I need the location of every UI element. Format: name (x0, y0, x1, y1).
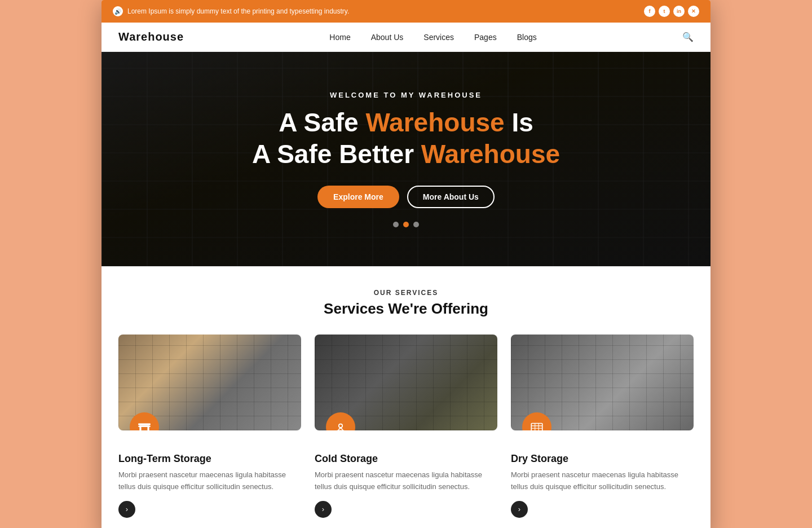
service-desc-2: Morbi praesent nascetur maecenas ligula … (511, 469, 694, 493)
linkedin-icon[interactable]: in (673, 6, 685, 17)
services-header: OUR SERVICES Services We're Offering (118, 289, 694, 318)
browser-window: 🔊 Lorem Ipsum is simply dummy text of th… (102, 0, 710, 528)
service-image-storage (118, 335, 301, 430)
top-bar: 🔊 Lorem Ipsum is simply dummy text of th… (102, 0, 710, 23)
service-arrow-2[interactable]: › (511, 501, 528, 518)
services-section: OUR SERVICES Services We're Offering (102, 266, 710, 528)
search-button[interactable]: 🔍 (682, 32, 694, 42)
hero-buttons: Explore More More About Us (252, 186, 560, 208)
nav-pages[interactable]: Pages (474, 33, 497, 42)
twitter-icon[interactable]: t (659, 6, 670, 17)
service-card-1: Cold Storage Morbi praesent nascetur mae… (315, 335, 497, 518)
services-title: Services We're Offering (118, 300, 694, 318)
explore-more-button[interactable]: Explore More (317, 186, 399, 208)
nav-links: Home About Us Services Pages Blogs (329, 32, 536, 42)
hero-title-plain1: A Safe (279, 108, 365, 137)
dot-3[interactable] (413, 222, 419, 227)
svg-rect-7 (531, 424, 542, 431)
logo: Warehouse (118, 30, 184, 43)
service-name-2: Dry Storage (511, 453, 694, 465)
service-name-0: Long-Term Storage (118, 453, 301, 465)
marquee-text: Lorem Ipsum is simply dummy text of the … (127, 7, 349, 15)
dot-1[interactable] (393, 222, 399, 227)
dot-2[interactable] (403, 222, 409, 227)
service-card-2: Dry Storage Morbi praesent nascetur maec… (511, 335, 694, 518)
service-icon-cold (326, 412, 355, 430)
services-grid: Long-Term Storage Morbi praesent nascetu… (118, 335, 694, 518)
hero-title-plain2: Is (505, 108, 533, 137)
service-desc-1: Morbi praesent nascetur maecenas ligula … (315, 469, 497, 493)
service-icon-storage (130, 412, 159, 430)
service-card-0: Long-Term Storage Morbi praesent nascetu… (118, 335, 301, 518)
service-icon-dry (522, 412, 551, 430)
social-icons: f t in ✕ (644, 6, 699, 17)
services-label: OUR SERVICES (118, 289, 694, 297)
svg-rect-1 (139, 427, 141, 430)
hero-title-line2: A Safe Better Warehouse (252, 139, 560, 169)
nav-home[interactable]: Home (329, 33, 350, 42)
hero-content: WELCOME TO MY WAREHOUSE A Safe Warehouse… (241, 80, 571, 238)
svg-rect-4 (139, 425, 149, 426)
more-about-button[interactable]: More About Us (407, 186, 495, 208)
nav-services[interactable]: Services (423, 33, 454, 42)
facebook-icon[interactable]: f (644, 6, 655, 17)
service-image-cold (315, 335, 497, 430)
service-image-dry (511, 335, 694, 430)
svg-rect-6 (337, 430, 345, 430)
navbar: Warehouse Home About Us Services Pages B… (102, 23, 710, 52)
service-arrow-0[interactable]: › (118, 501, 135, 518)
service-desc-0: Morbi praesent nascetur maecenas ligula … (118, 469, 301, 493)
hero-title-line1: A Safe Warehouse Is (279, 108, 533, 137)
hero-section: WELCOME TO MY WAREHOUSE A Safe Warehouse… (102, 52, 710, 266)
close-icon[interactable]: ✕ (688, 6, 699, 17)
nav-blogs[interactable]: Blogs (517, 33, 537, 42)
hero-title: A Safe Warehouse Is A Safe Better Wareho… (252, 107, 560, 169)
nav-about[interactable]: About Us (371, 33, 404, 42)
top-bar-left: 🔊 Lorem Ipsum is simply dummy text of th… (113, 6, 349, 16)
svg-point-5 (339, 424, 343, 428)
service-arrow-1[interactable]: › (315, 501, 332, 518)
hero-title-plain3: A Safe Better (252, 139, 421, 169)
hero-title-orange1: Warehouse (365, 108, 504, 137)
hero-subtitle: WELCOME TO MY WAREHOUSE (252, 91, 560, 99)
speaker-icon: 🔊 (113, 6, 123, 16)
svg-rect-2 (147, 427, 149, 430)
svg-rect-3 (138, 424, 151, 425)
service-name-1: Cold Storage (315, 453, 497, 465)
svg-rect-0 (138, 426, 151, 427)
hero-title-orange2: Warehouse (421, 139, 560, 169)
hero-dots (252, 222, 560, 227)
